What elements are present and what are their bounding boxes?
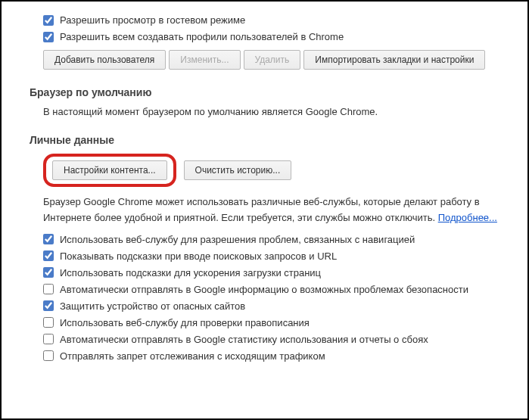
privacy-info-span: Браузер Google Chrome может использовать… xyxy=(43,196,480,223)
highlight-frame: Настройки контента... xyxy=(43,154,176,187)
nav-error-service-checkbox[interactable] xyxy=(43,234,54,244)
clear-history-button[interactable]: Очистить историю... xyxy=(184,160,292,180)
usage-stats-label: Автоматически отправлять в Google статис… xyxy=(60,334,428,345)
nav-error-service-label: Использовать веб-службу для разрешения п… xyxy=(60,234,415,245)
allow-create-profiles-checkbox[interactable] xyxy=(43,32,54,42)
security-reports-checkbox[interactable] xyxy=(43,284,54,294)
do-not-track-label: Отправлять запрет отслеживания с исходящ… xyxy=(60,350,325,362)
guest-mode-label: Разрешить просмотр в гостевом режиме xyxy=(60,14,245,26)
spellcheck-service-checkbox[interactable] xyxy=(43,317,54,328)
spellcheck-service-label: Использовать веб-службу для проверки пра… xyxy=(60,317,310,328)
guest-mode-checkbox[interactable] xyxy=(43,15,54,26)
search-suggestions-label: Показывать подсказки при вводе поисковых… xyxy=(60,250,337,262)
learn-more-link[interactable]: Подробнее... xyxy=(438,212,497,223)
safe-browsing-label: Защитить устройство от опасных сайтов xyxy=(60,300,245,312)
page-prefetch-checkbox[interactable] xyxy=(43,267,54,278)
edit-user-button: Изменить... xyxy=(169,50,240,70)
do-not-track-checkbox[interactable] xyxy=(43,350,54,361)
add-user-button[interactable]: Добавить пользователя xyxy=(43,50,166,70)
privacy-info-text: Браузер Google Chrome может использовать… xyxy=(43,194,527,226)
usage-stats-checkbox[interactable] xyxy=(43,334,54,344)
import-bookmarks-button[interactable]: Импортировать закладки и настройки xyxy=(303,50,485,70)
page-prefetch-label: Использовать подсказки для ускорения заг… xyxy=(60,267,321,278)
default-browser-text: В настоящий момент браузером по умолчани… xyxy=(43,106,527,117)
safe-browsing-checkbox[interactable] xyxy=(43,300,54,311)
security-reports-label: Автоматически отправлять в Google информ… xyxy=(60,284,468,295)
personal-data-heading: Личные данные xyxy=(30,134,527,146)
content-settings-button[interactable]: Настройки контента... xyxy=(52,160,167,180)
delete-user-button: Удалить xyxy=(244,50,301,70)
search-suggestions-checkbox[interactable] xyxy=(43,250,54,261)
allow-create-profiles-label: Разрешить всем создавать профили пользов… xyxy=(60,31,344,42)
default-browser-heading: Браузер по умолчанию xyxy=(30,86,527,98)
